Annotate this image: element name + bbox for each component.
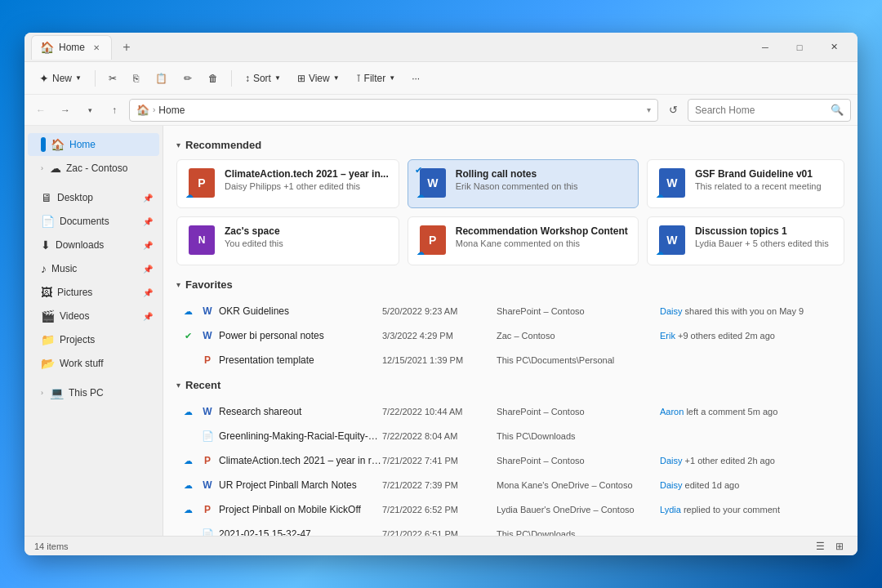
list-view-button[interactable]: ☰ bbox=[812, 538, 828, 555]
up-button[interactable]: ↑ bbox=[105, 100, 124, 120]
fav-2-activity-text: +9 others edited 2m ago bbox=[678, 331, 775, 341]
recent-row-4[interactable]: ☁ W UR Project Pinball March Notes 7/21/… bbox=[176, 473, 844, 497]
rec-card-4-icon: N bbox=[187, 225, 216, 255]
path-home-icon: 🏠 bbox=[136, 104, 149, 116]
path-chevron-icon: › bbox=[153, 105, 155, 114]
fav-2-activity-name: Erik bbox=[660, 331, 675, 341]
copy-button[interactable]: ⎘ bbox=[127, 67, 145, 90]
rec-5-activity: Lydia replied to your comment bbox=[660, 505, 841, 514]
address-path[interactable]: 🏠 › Home ▾ bbox=[129, 99, 658, 122]
rename-button[interactable]: ✏ bbox=[177, 67, 198, 90]
recommended-header: ▾ Recommended bbox=[176, 139, 844, 151]
refresh-button[interactable]: ↺ bbox=[663, 100, 683, 120]
content-area: ▾ Recommended P ☁ ClimateAction.tech 202… bbox=[163, 126, 858, 536]
pictures-icon: 🖼 bbox=[41, 286, 52, 299]
close-button[interactable]: ✕ bbox=[817, 34, 851, 60]
path-dropdown-icon[interactable]: ▾ bbox=[647, 105, 651, 114]
fav-1-date: 5/20/2022 9:23 AM bbox=[382, 306, 497, 316]
sidebar-item-documents[interactable]: 📄 Documents 📌 bbox=[28, 210, 159, 233]
fav-2-icon: W bbox=[196, 330, 219, 341]
recent-chevron-icon[interactable]: ▾ bbox=[176, 381, 180, 390]
recent-row-3[interactable]: ☁ P ClimateAction.tech 2021 – year in re… bbox=[176, 448, 844, 473]
rec-card-2-text: Rolling call notes Erik Nason commented … bbox=[456, 168, 628, 191]
path-home-label: Home bbox=[158, 105, 185, 116]
toolbar: ✦ New ▼ ✂ ⎘ 📋 ✏ 🗑 ↕ Sort ▼ ⊞ View ▼ bbox=[24, 62, 858, 95]
recommended-chevron-icon[interactable]: ▾ bbox=[176, 140, 180, 149]
search-input[interactable] bbox=[695, 105, 827, 116]
rec-card-4[interactable]: N Zac's space You edited this bbox=[176, 216, 399, 265]
sidebar-item-desktop[interactable]: 🖥 Desktop 📌 bbox=[28, 186, 159, 209]
rec-1-icon: W bbox=[196, 406, 219, 417]
spacer-1 bbox=[24, 180, 163, 185]
recent-row-5[interactable]: ☁ P Project Pinball on Mobile KickOff 7/… bbox=[176, 497, 844, 522]
sidebar-item-this-pc[interactable]: › 💻 This PC bbox=[28, 381, 159, 404]
fav-row-2[interactable]: ✔ W Power bi personal notes 3/3/2022 4:2… bbox=[176, 323, 844, 348]
copy-icon: ⎘ bbox=[133, 73, 139, 84]
cloud-badge-3: ☁ bbox=[656, 190, 664, 199]
cut-button[interactable]: ✂ bbox=[102, 67, 123, 90]
paste-button[interactable]: 📋 bbox=[149, 67, 174, 90]
sort-chevron-icon: ▼ bbox=[274, 74, 281, 82]
pdf-icon-r6: 📄 bbox=[202, 528, 214, 536]
rec-4-sync-icon: ☁ bbox=[180, 480, 196, 491]
sidebar-this-pc-label: This PC bbox=[69, 387, 104, 399]
fav-row-3[interactable]: P Presentation template 12/15/2021 1:39 … bbox=[176, 348, 844, 372]
rec-6-icon: 📄 bbox=[196, 528, 219, 536]
rec-6-date: 7/21/2022 6:51 PM bbox=[382, 529, 497, 536]
search-icon: 🔍 bbox=[831, 104, 844, 116]
new-button[interactable]: ✦ New ▼ bbox=[33, 67, 88, 90]
rec-card-6[interactable]: W ☁ Discussion topics 1 Lydia Bauer + 5 … bbox=[647, 216, 844, 265]
ppt-icon-r3: P bbox=[204, 455, 211, 466]
sidebar-item-videos[interactable]: 🎬 Videos 📌 bbox=[28, 305, 159, 327]
favorites-title: Favorites bbox=[185, 278, 233, 291]
favorites-chevron-icon[interactable]: ▾ bbox=[176, 280, 180, 289]
rec-card-5[interactable]: P ☁ Recommendation Workshop Content Mona… bbox=[408, 216, 639, 265]
sidebar-item-zac-contoso[interactable]: › ☁ Zac - Contoso bbox=[28, 157, 159, 180]
rec-4-activity-name: Daisy bbox=[660, 480, 683, 490]
restore-button[interactable]: □ bbox=[782, 34, 817, 60]
new-tab-button[interactable]: + bbox=[115, 36, 138, 59]
downloads-icon: ⬇ bbox=[41, 238, 51, 252]
grid-view-button[interactable]: ⊞ bbox=[831, 538, 848, 555]
rec-1-activity-name: Aaron bbox=[660, 407, 684, 416]
rec-card-1[interactable]: P ☁ ClimateAction.tech 2021 – year in...… bbox=[176, 159, 399, 208]
rec-4-activity-text: edited 1d ago bbox=[685, 480, 740, 490]
view-button[interactable]: ⊞ View ▼ bbox=[291, 67, 346, 90]
sidebar-item-work-stuff[interactable]: 📂 Work stuff bbox=[28, 352, 159, 375]
sidebar-item-downloads[interactable]: ⬇ Downloads 📌 bbox=[28, 234, 159, 256]
sidebar-item-pictures[interactable]: 🖼 Pictures 📌 bbox=[28, 281, 159, 304]
rec-card-5-text: Recommendation Workshop Content Mona Kan… bbox=[456, 225, 628, 248]
cloud-badge-5: ☁ bbox=[416, 247, 425, 256]
sidebar-documents-label: Documents bbox=[60, 216, 109, 227]
recent-row-6[interactable]: 📄 2021-02-15 15-32-47 7/21/2022 6:51 PM … bbox=[176, 522, 844, 536]
rec-1-activity: Aaron left a comment 5m ago bbox=[660, 407, 841, 416]
sidebar-item-home[interactable]: 🏠 Home bbox=[28, 133, 159, 156]
tab-home[interactable]: 🏠 Home ✕ bbox=[31, 35, 112, 60]
recent-locations-button[interactable]: ▾ bbox=[80, 100, 100, 120]
back-button[interactable]: ← bbox=[31, 100, 51, 120]
fav-row-1[interactable]: ☁ W OKR Guidelines 5/20/2022 9:23 AM Sha… bbox=[176, 299, 844, 323]
rec-6-location: This PC\Downloads bbox=[497, 529, 660, 536]
search-box[interactable]: 🔍 bbox=[688, 99, 851, 122]
rec-3-icon: P bbox=[196, 455, 219, 466]
recent-row-2[interactable]: 📄 Greenlining-Making-Racial-Equity-Rea..… bbox=[176, 424, 844, 448]
rec-card-3[interactable]: W ☁ GSF Brand Guideline v01 This related… bbox=[647, 159, 844, 208]
minimize-button[interactable]: ─ bbox=[748, 34, 782, 60]
rec-3-location: SharePoint – Contoso bbox=[497, 456, 660, 466]
sort-button[interactable]: ↕ Sort ▼ bbox=[238, 67, 287, 90]
recommended-grid: P ☁ ClimateAction.tech 2021 – year in...… bbox=[176, 159, 844, 265]
videos-icon: 🎬 bbox=[41, 310, 55, 323]
filter-button[interactable]: ⊺ Filter ▼ bbox=[350, 67, 403, 90]
forward-button[interactable]: → bbox=[56, 100, 75, 120]
rec-4-activity: Daisy edited 1d ago bbox=[660, 480, 841, 490]
rec-card-2[interactable]: ✔ W ☁ Rolling call notes Erik Nason comm… bbox=[408, 159, 639, 208]
main-area: 🏠 Home › ☁ Zac - Contoso 🖥 Desktop 📌 📄 D… bbox=[24, 126, 858, 536]
more-button[interactable]: ··· bbox=[405, 67, 426, 90]
sidebar-item-projects[interactable]: 📁 Projects bbox=[28, 328, 159, 351]
recent-row-1[interactable]: ☁ W Research shareout 7/22/2022 10:44 AM… bbox=[176, 399, 844, 424]
rec-4-name: UR Project Pinball March Notes bbox=[219, 479, 382, 491]
sidebar-downloads-label: Downloads bbox=[56, 239, 104, 251]
delete-button[interactable]: 🗑 bbox=[202, 67, 225, 90]
tab-close-button[interactable]: ✕ bbox=[90, 41, 103, 54]
sidebar-item-music[interactable]: ♪ Music 📌 bbox=[28, 257, 159, 280]
